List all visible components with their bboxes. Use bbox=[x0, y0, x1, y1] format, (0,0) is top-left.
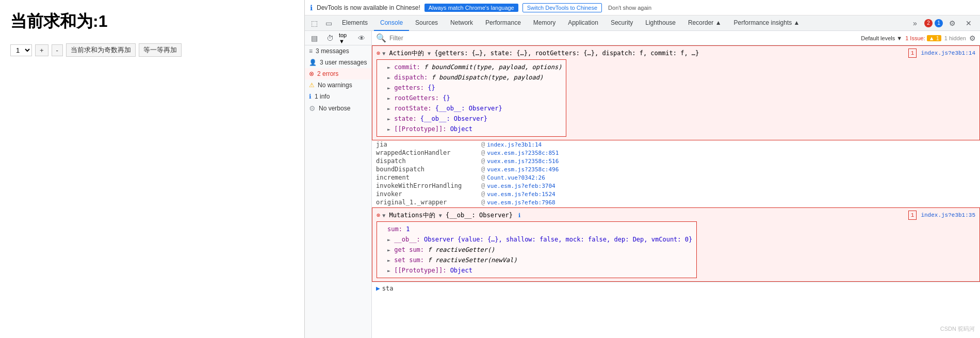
commit-expand-icon[interactable] bbox=[387, 65, 390, 70]
console-sidebar: ▤ ⏱ top ▼ 👁 ≡ 3 messages 👤 3 user messag… bbox=[305, 31, 372, 338]
stack-key-dispatch: dispatch bbox=[376, 157, 479, 165]
switch-devtools-button[interactable]: Switch DevTools to Chinese bbox=[522, 3, 602, 12]
stack-row-increment: increment @ Count.vue?0342:26 bbox=[372, 173, 980, 182]
always-match-button[interactable]: Always match Chrome's language bbox=[424, 4, 518, 12]
state-expand-icon[interactable] bbox=[387, 116, 390, 122]
sidebar-item-warnings[interactable]: ⚠ No warnings bbox=[305, 79, 371, 91]
obj-line-rootgetters: rootGetters: {} bbox=[381, 93, 562, 103]
tab-security[interactable]: Security bbox=[605, 15, 639, 31]
filter-input[interactable] bbox=[389, 35, 858, 42]
info-icon: ℹ bbox=[310, 4, 313, 12]
issue-badge: 1 Issue: ▲ 1 bbox=[905, 35, 941, 41]
page-title: 当前求和为:1 bbox=[10, 10, 294, 33]
sidebar-toggle-icon[interactable]: ▤ bbox=[308, 31, 321, 45]
dispatch-expand-icon[interactable] bbox=[387, 75, 390, 81]
getters-expand-icon[interactable] bbox=[387, 85, 390, 91]
stack-link-bounddispatch[interactable]: vuex.esm.js?2358c:496 bbox=[487, 166, 559, 173]
tab-elements[interactable]: Elements bbox=[336, 15, 374, 31]
sidebar-item-errors[interactable]: ⊗ 2 errors bbox=[305, 68, 371, 79]
stack-row-wrapped: wrappedActionHandler @ vuex.esm.js?2358c… bbox=[372, 149, 980, 157]
error1-obj-icon[interactable] bbox=[428, 51, 431, 56]
tab-recorder[interactable]: Recorder ▲ bbox=[682, 15, 728, 31]
close-icon[interactable]: ✕ bbox=[961, 16, 976, 30]
sidebar-item-user[interactable]: 👤 3 user messages bbox=[305, 57, 371, 68]
rootgetters-expand-icon[interactable] bbox=[387, 95, 390, 101]
stack-link-jia[interactable]: index.js?e3b1:14 bbox=[487, 141, 542, 148]
decrement-icon[interactable]: - bbox=[52, 44, 63, 56]
stack-link-original[interactable]: vue.esm.js?efeb:7968 bbox=[487, 199, 555, 206]
setsum-expand-icon[interactable] bbox=[387, 257, 390, 263]
levels-dropdown[interactable]: Default levels ▼ bbox=[861, 35, 902, 41]
obj-line-state: state: {__ob__: Observer} bbox=[381, 114, 562, 124]
tab-console[interactable]: Console bbox=[374, 15, 409, 31]
sidebar-all-label: 3 messages bbox=[316, 47, 349, 55]
error1-text: Action中的 {getters: {…}, state: {…}, root… bbox=[382, 49, 906, 58]
stack-link-dispatch[interactable]: vuex.esm.js?2358c:516 bbox=[487, 158, 559, 165]
obj2-line-getsum: get sum: f reactiveGetter() bbox=[381, 245, 692, 255]
sidebar-item-all[interactable]: ≡ 3 messages bbox=[305, 45, 371, 57]
error2-obj-icon[interactable] bbox=[439, 213, 442, 218]
tab-application[interactable]: Application bbox=[562, 15, 605, 31]
error2-expand-icon[interactable] bbox=[382, 213, 385, 218]
page-area: 当前求和为:1 1 + - 当前求和为奇数再加 等一等再加 bbox=[0, 0, 304, 338]
sidebar-item-info[interactable]: ℹ 1 info bbox=[305, 91, 371, 102]
error-row-2: ⊗ Mutations中的 {__ob__: Observer} ℹ 1 ind… bbox=[372, 207, 980, 282]
sidebar-item-verbose[interactable]: ⚙ No verbose bbox=[305, 102, 371, 115]
filter-settings-icon[interactable]: ⚙ bbox=[969, 34, 976, 42]
sidebar-top-label: top ▼ bbox=[339, 32, 353, 44]
error2-obj-expanded: sum: 1 __ob__: Observer {value: {…}, sha… bbox=[377, 221, 697, 278]
stack-link-wrapped[interactable]: vuex.esm.js?2358c:851 bbox=[487, 150, 559, 156]
error2-icon: ⊗ bbox=[377, 211, 380, 220]
error2-link[interactable]: index.js?e3b1:35 bbox=[921, 211, 975, 220]
stack-row-jia: jia @ index.js?e3b1:14 bbox=[372, 140, 980, 149]
console-main: 🔍 Default levels ▼ 1 Issue: ▲ 1 1 hidden… bbox=[372, 31, 980, 338]
obj-line-rootstate: rootState: {__ob__: Observer} bbox=[381, 103, 562, 114]
input-text[interactable]: sta bbox=[382, 285, 394, 292]
settings-icon[interactable]: ⚙ bbox=[945, 16, 959, 30]
tab-memory[interactable]: Memory bbox=[527, 15, 562, 31]
input-arrow-icon: ▶ bbox=[376, 284, 380, 293]
filter-icon: 🔍 bbox=[376, 33, 386, 43]
messages-icon: ≡ bbox=[309, 47, 313, 55]
sidebar-eye-icon[interactable]: 👁 bbox=[355, 31, 368, 45]
proto2-expand-icon[interactable] bbox=[387, 268, 390, 273]
tab-lighthouse[interactable]: Lighthouse bbox=[639, 15, 682, 31]
num-select[interactable]: 1 bbox=[10, 44, 32, 56]
proto1-expand-icon[interactable] bbox=[387, 126, 390, 132]
error1-link[interactable]: index.js?e3b1:14 bbox=[921, 49, 975, 58]
more-tabs-button[interactable]: » bbox=[908, 16, 922, 30]
inspect-icon[interactable]: ⬚ bbox=[307, 16, 321, 30]
stack-link-increment[interactable]: Count.vue?0342:26 bbox=[487, 174, 545, 181]
devtools-panel: ℹ DevTools is now available in Chinese! … bbox=[304, 0, 980, 338]
stack-key-wrapped: wrappedActionHandler bbox=[376, 149, 479, 156]
add-wait-button[interactable]: 等一等再加 bbox=[139, 43, 182, 57]
obj-line-commit: commit: f boundCommit(type, payload, opt… bbox=[381, 62, 562, 72]
tab-perf-insights[interactable]: Performance insights ▲ bbox=[728, 15, 806, 31]
sidebar-toolbar: ▤ ⏱ top ▼ 👁 bbox=[305, 31, 371, 45]
stack-link-invokewith[interactable]: vue.esm.js?efeb:3704 bbox=[487, 183, 555, 189]
sidebar-clock-icon[interactable]: ⏱ bbox=[323, 31, 337, 45]
tab-network[interactable]: Network bbox=[444, 15, 479, 31]
info-banner: ℹ DevTools is now available in Chinese! … bbox=[305, 0, 980, 15]
increment-icon[interactable]: + bbox=[35, 44, 48, 56]
stack-link-invoker[interactable]: vue.esm.js?efeb:1524 bbox=[487, 191, 555, 198]
dont-show-link[interactable]: Don't show again bbox=[608, 5, 651, 11]
tab-performance[interactable]: Performance bbox=[479, 15, 527, 31]
stack-row-original: original_1._wrapper @ vue.esm.js?efeb:79… bbox=[372, 198, 980, 206]
stack-key-original: original_1._wrapper bbox=[376, 199, 479, 206]
stack-key-invokewith: invokeWithErrorHandling bbox=[376, 182, 479, 189]
tab-sources[interactable]: Sources bbox=[409, 15, 444, 31]
error-circle-icon: ⊗ bbox=[309, 70, 314, 77]
add-odd-button[interactable]: 当前求和为奇数再加 bbox=[66, 43, 136, 57]
ob-expand-icon[interactable] bbox=[387, 237, 390, 243]
stack-row-bounddispatch: boundDispatch @ vuex.esm.js?2358c:496 bbox=[372, 165, 980, 173]
getsum-expand-icon[interactable] bbox=[387, 247, 390, 253]
sidebar-info-label: 1 info bbox=[315, 93, 330, 100]
hidden-badge: 1 hidden bbox=[944, 35, 966, 41]
stack-key-invoker: invoker bbox=[376, 190, 479, 198]
user-icon: 👤 bbox=[309, 59, 317, 66]
rootstate-expand-icon[interactable] bbox=[387, 106, 390, 111]
error1-expand-icon[interactable] bbox=[382, 51, 385, 56]
device-icon[interactable]: ▭ bbox=[321, 16, 336, 30]
obj2-line-ob: __ob__: Observer {value: {…}, shallow: f… bbox=[381, 234, 692, 245]
